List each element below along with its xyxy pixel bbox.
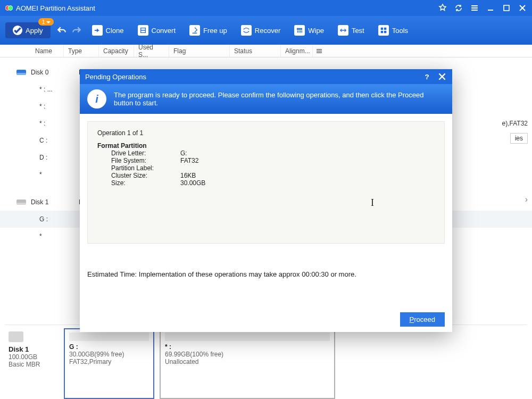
dialog-banner: i The program is ready to proceed. Pleas…	[80, 84, 452, 114]
col-status[interactable]: Status	[230, 45, 281, 57]
operation-kv: File System:FAT32	[111, 157, 435, 164]
disk-size: 100.00GB	[9, 353, 55, 361]
app-title: AOMEI Partition Assistant	[16, 4, 438, 12]
col-align[interactable]: Alignm...	[281, 45, 313, 57]
svg-rect-3	[380, 28, 383, 30]
partition-block-g[interactable]: G : 30.00GB(99% free) FAT32,Primary	[64, 328, 154, 399]
operation-kv: Drive Letter:G:	[111, 149, 435, 157]
check-icon	[13, 26, 22, 35]
tool-convert[interactable]: Convert	[138, 25, 176, 36]
operation-name: Format Partition	[97, 142, 435, 149]
tool-test[interactable]: Test	[338, 25, 364, 36]
disk-icon	[9, 331, 23, 342]
free up-icon	[189, 25, 200, 36]
col-type[interactable]: Type	[64, 45, 99, 57]
tools-icon	[378, 25, 389, 36]
redo-icon[interactable]	[72, 26, 81, 35]
svg-rect-10	[16, 203, 26, 205]
tool-wipe[interactable]: Wipe	[294, 25, 324, 36]
svg-text:?: ?	[425, 73, 429, 81]
main-toolbar: 1 Apply CloneConvertFree upRecoverWipeTe…	[0, 16, 532, 45]
star-icon[interactable]	[438, 4, 447, 12]
disk-map: Disk 1 100.00GB Basic MBR G : 30.00GB(99…	[5, 325, 527, 399]
tool-clone[interactable]: Clone	[92, 25, 124, 36]
part-name: * :	[165, 343, 330, 351]
tool-recover[interactable]: Recover	[241, 25, 280, 36]
disk-info: Disk 1 100.00GB Basic MBR	[5, 328, 59, 399]
hdd-icon	[16, 198, 27, 206]
test-icon	[338, 25, 348, 36]
column-headers: Name Type Capacity Used S... Flag Status…	[0, 45, 532, 57]
col-capacity[interactable]: Capacity	[99, 45, 134, 57]
part-size: 69.99GB(100% free)	[165, 351, 330, 358]
minimize-icon[interactable]	[486, 4, 495, 12]
svg-rect-8	[16, 73, 26, 75]
undo-icon[interactable]	[57, 26, 66, 35]
recover-icon	[241, 25, 252, 36]
part-fs: FAT32,Primary	[69, 358, 149, 365]
svg-rect-6	[384, 31, 386, 33]
estimate-text: Estimated Time: Implementation of these …	[87, 270, 445, 278]
help-icon[interactable]: ?	[422, 72, 432, 81]
svg-point-1	[8, 6, 13, 11]
tool-free-up[interactable]: Free up	[189, 25, 227, 36]
part-size: 30.00GB(99% free)	[69, 351, 149, 358]
dialog-body: Operation 1 of 1 Format Partition Drive …	[80, 114, 452, 307]
tool-tools[interactable]: Tools	[378, 25, 408, 36]
banner-text: The program is ready to proceed. Please …	[114, 91, 445, 107]
disk-name: Disk 1	[9, 345, 55, 353]
col-name[interactable]: Name	[31, 45, 64, 57]
dialog-title: Pending Operations	[85, 73, 417, 81]
part-name: G :	[69, 343, 149, 351]
chevron-right-icon[interactable]: ›	[525, 195, 528, 204]
svg-rect-4	[384, 28, 386, 30]
operation-kv: Partition Label:	[111, 164, 435, 172]
dialog-titlebar[interactable]: Pending Operations ?	[80, 69, 452, 84]
operation-kv: Cluster Size:16KB	[111, 172, 435, 179]
app-logo-icon	[5, 4, 13, 12]
info-icon: i	[87, 89, 106, 109]
maximize-icon[interactable]	[502, 4, 511, 12]
pending-operations-dialog: Pending Operations ? i The program is re…	[80, 69, 452, 332]
operation-box: Operation 1 of 1 Format Partition Drive …	[87, 121, 445, 244]
wipe-icon	[294, 25, 305, 36]
partition-block-unallocated[interactable]: * : 69.99GB(100% free) Unallocated	[160, 328, 335, 399]
close-icon[interactable]	[518, 4, 527, 12]
clone-icon	[92, 25, 103, 36]
title-bar: AOMEI Partition Assistant	[0, 0, 532, 16]
col-flag[interactable]: Flag	[169, 45, 230, 57]
disk-kind: Basic MBR	[9, 361, 55, 368]
side-peek: e),FAT32 ies	[502, 116, 528, 146]
svg-rect-2	[504, 5, 509, 11]
columns-menu-icon[interactable]	[313, 48, 326, 54]
peek-pill[interactable]: ies	[510, 133, 528, 144]
col-used[interactable]: Used S...	[134, 45, 169, 57]
refresh-icon[interactable]	[454, 4, 463, 12]
apply-wrap: 1 Apply	[5, 22, 51, 38]
svg-rect-5	[380, 31, 383, 33]
part-fs: Unallocated	[165, 358, 330, 365]
dialog-close-icon[interactable]	[437, 72, 447, 81]
peek-text: e),FAT32	[502, 116, 528, 131]
operation-counter: Operation 1 of 1	[97, 129, 435, 137]
convert-icon	[138, 25, 148, 36]
apply-label: Apply	[26, 27, 43, 35]
menu-icon[interactable]	[470, 4, 479, 12]
proceed-button[interactable]: Proceed	[400, 312, 445, 327]
hdd-icon	[16, 68, 27, 77]
pending-badge[interactable]: 1	[38, 18, 53, 26]
operation-kv: Size:30.00GB	[111, 179, 435, 187]
